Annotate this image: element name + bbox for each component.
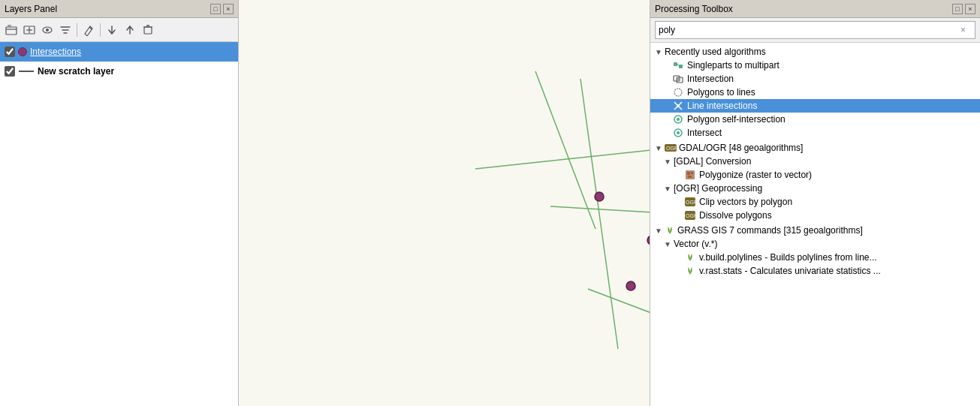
clipvectors-icon: OGR xyxy=(685,197,695,207)
tree-group-gdal-header[interactable]: ▼ OGR GDAL/OGR [48 geoalgorithms] xyxy=(650,141,980,155)
tree-subitem-clipvectors[interactable]: OGR Clip vectors by polygon xyxy=(650,195,980,209)
tree-item-selfintersection[interactable]: Polygon self-intersection xyxy=(650,113,980,126)
search-input[interactable] xyxy=(655,21,975,39)
open-layer-btn[interactable] xyxy=(3,22,20,38)
svg-rect-39 xyxy=(691,172,693,174)
svg-rect-40 xyxy=(688,176,692,178)
lineintersections-label: Line intersections xyxy=(687,101,757,111)
vbuild-icon xyxy=(685,252,695,263)
recently-used-label: Recently used algorithms xyxy=(665,47,766,57)
dissolve-icon: OGR xyxy=(685,210,695,221)
svg-point-34 xyxy=(677,131,680,134)
vbuild-label: v.build.polylines - Builds polylines fro… xyxy=(699,252,877,263)
toolbar-separator-1 xyxy=(77,23,77,37)
grass-label: GRASS GIS 7 commands [315 geoalgorithms] xyxy=(677,225,863,236)
svg-point-30 xyxy=(677,104,680,107)
recently-used-arrow: ▼ xyxy=(655,48,662,56)
processing-close-btn[interactable]: × xyxy=(965,4,975,14)
layers-toolbar xyxy=(0,18,238,42)
map-canvas[interactable] xyxy=(239,0,650,406)
dissolve-label: Dissolve polygons xyxy=(699,210,772,221)
processing-minimize-btn[interactable]: □ xyxy=(952,4,963,14)
tree-subitem-dissolve[interactable]: OGR Dissolve polygons xyxy=(650,209,980,222)
poly2lines-icon xyxy=(673,87,683,98)
add-layer-btn[interactable] xyxy=(21,22,38,38)
svg-line-13 xyxy=(580,79,618,349)
ogr-geoprocessing-label: [OGR] Geoprocessing xyxy=(674,183,762,194)
svg-rect-38 xyxy=(687,172,690,175)
tree-item-singleparts[interactable]: Singleparts to multipart xyxy=(650,59,980,72)
svg-text:OGR: OGR xyxy=(686,213,695,218)
layer-item-scratch[interactable]: New scratch layer xyxy=(0,62,238,81)
layers-panel-close-btn[interactable]: × xyxy=(223,4,234,14)
ogr-geoprocessing-arrow: ▼ xyxy=(664,185,671,193)
search-clear-btn[interactable]: × xyxy=(960,25,966,35)
svg-line-11 xyxy=(535,71,596,229)
toolbar-separator-2 xyxy=(100,23,101,37)
layers-panel: Layers Panel □ × xyxy=(0,0,239,406)
svg-point-32 xyxy=(677,118,680,121)
tree-item-intersect[interactable]: Intersect xyxy=(650,126,980,140)
layer-name-scratch: New scratch layer xyxy=(38,66,114,77)
clipvectors-label: Clip vectors by polygon xyxy=(699,197,792,207)
tree-subgroup-ogr-geoprocessing[interactable]: ▼ [OGR] Geoprocessing xyxy=(650,182,980,195)
layer-icon-intersections xyxy=(18,47,27,56)
tree-group-gdal: ▼ OGR GDAL/OGR [48 geoalgorithms] ▼ [GDA… xyxy=(650,140,980,223)
svg-point-18 xyxy=(647,236,650,245)
tree-group-grass: ▼ GRASS GIS 7 commands [315 geoalgorithm… xyxy=(650,223,980,278)
gdal-label: GDAL/OGR [48 geoalgorithms] xyxy=(679,143,803,153)
search-container: × xyxy=(650,18,980,43)
svg-line-23 xyxy=(677,64,679,66)
filter-btn[interactable] xyxy=(57,22,74,38)
tree-subitem-vbuild[interactable]: v.build.polylines - Builds polylines fro… xyxy=(650,251,980,264)
visibility-btn[interactable] xyxy=(39,22,56,38)
tree-item-poly2lines[interactable]: Polygons to lines xyxy=(650,86,980,99)
lineintersections-icon xyxy=(673,101,683,111)
svg-line-15 xyxy=(588,289,650,371)
selfintersection-label: Polygon self-intersection xyxy=(687,114,786,125)
grass-arrow: ▼ xyxy=(655,227,662,235)
vector-arrow: ▼ xyxy=(664,240,671,248)
tree-group-recently-used-header[interactable]: ▼ Recently used algorithms xyxy=(650,45,980,59)
svg-rect-8 xyxy=(144,27,152,34)
layers-panel-minimize-btn[interactable]: □ xyxy=(210,4,221,14)
tree-subitem-polygonize[interactable]: Polygonize (raster to vector) xyxy=(650,168,980,182)
processing-title: Processing Toolbox xyxy=(655,4,733,14)
gdal-group-icon: OGR xyxy=(665,143,677,153)
svg-point-17 xyxy=(595,192,604,201)
edit-btn[interactable] xyxy=(80,22,97,38)
layer-checkbox-intersections[interactable] xyxy=(5,47,15,57)
delete-btn[interactable] xyxy=(140,22,156,38)
processing-toolbox: Processing Toolbox □ × × ▼ Recently used… xyxy=(650,0,980,406)
svg-point-6 xyxy=(46,29,49,32)
map-svg xyxy=(239,0,650,406)
svg-rect-1 xyxy=(8,25,11,28)
vrast-label: v.rast.stats - Calculates univariate sta… xyxy=(699,266,881,276)
svg-point-19 xyxy=(626,281,635,290)
tree-item-intersection[interactable]: Intersection xyxy=(650,72,980,86)
tree-subgroup-gdal-conversion[interactable]: ▼ [GDAL] Conversion xyxy=(650,155,980,168)
tree-container: ▼ Recently used algorithms Singleparts t… xyxy=(650,43,980,406)
intersect-label: Intersect xyxy=(687,128,722,138)
vrast-icon xyxy=(685,266,695,276)
svg-rect-21 xyxy=(674,62,677,66)
selfintersection-icon xyxy=(673,114,683,125)
svg-rect-0 xyxy=(6,27,17,35)
grass-group-icon xyxy=(665,225,675,236)
intersect-icon xyxy=(673,128,683,138)
tree-group-grass-header[interactable]: ▼ GRASS GIS 7 commands [315 geoalgorithm… xyxy=(650,224,980,237)
move-down-btn[interactable] xyxy=(104,22,120,38)
svg-text:OGR: OGR xyxy=(686,200,695,205)
svg-rect-26 xyxy=(677,77,680,81)
tree-item-lineintersections[interactable]: Line intersections xyxy=(650,99,980,113)
layer-checkbox-scratch[interactable] xyxy=(5,66,15,77)
layer-item-intersections[interactable]: Intersections xyxy=(0,42,238,62)
tree-subitem-vrast[interactable]: v.rast.stats - Calculates univariate sta… xyxy=(650,264,980,278)
svg-point-27 xyxy=(674,89,682,96)
layers-panel-title: Layers Panel xyxy=(5,4,57,14)
gdal-arrow: ▼ xyxy=(655,144,662,152)
move-up-btn[interactable] xyxy=(122,22,138,38)
svg-rect-22 xyxy=(679,65,683,68)
tree-subgroup-vector[interactable]: ▼ Vector (v.*) xyxy=(650,237,980,251)
layers-panel-titlebar: Layers Panel □ × xyxy=(0,0,238,18)
